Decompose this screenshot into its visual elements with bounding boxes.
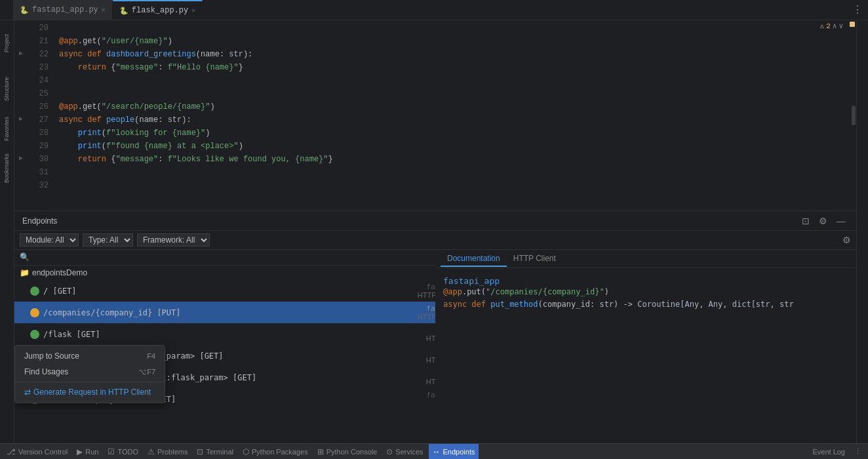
find-usages-shortcut: ⌥F7 [138,368,155,376]
line-num-31: 31 [33,166,49,179]
endpoints-list: 📁 endpointsDemo / [GET] fastapi [14,266,435,410]
services-icon: ⊙ [386,447,393,456]
status-todo[interactable]: ☑ TODO [104,444,142,459]
filter-gear-button[interactable]: ⚙ [842,235,851,245]
python-packages-label: Python Packages [252,448,308,456]
code-content[interactable]: @app.get("/user/{name}") async def dashb… [54,20,848,210]
python-console-icon: ⊞ [317,447,324,456]
filter-framework-select[interactable]: Framework: All [137,233,210,247]
status-problems[interactable]: ⚠ Problems [144,444,191,459]
tab-close-flask[interactable]: ✕ [191,7,195,14]
gutter-row-20 [14,20,28,33]
fold-icon-22[interactable]: ▶ [19,49,23,57]
context-menu-jump-to-source[interactable]: Jump to Source F4 [15,348,165,364]
doc-panel-wrapper: Documentation HTTP Client fastapi_app @a… [435,250,856,443]
sidebar-project[interactable]: Project [0,20,14,66]
python-packages-icon: ⬡ [243,447,249,456]
status-services[interactable]: ⊙ Services [382,444,427,459]
tab-label-flask: flask_app.py [132,6,188,15]
warning-icon: ⚠ [820,22,825,30]
gutter-row-28 [14,125,28,138]
meta-2: HTTP Server FastAPI [418,313,435,321]
group-label: endpointsDemo [32,268,87,277]
search-input[interactable] [32,253,430,262]
code-editor[interactable]: ⚠ 2 ∧ ∨ ▶ ▶ [14,20,856,210]
endpoint-root-get[interactable]: / [GET] fastapi_app.py HTTP Server FastA… [14,280,435,302]
context-menu-find-usages[interactable]: Find Usages ⌥F7 [15,364,165,380]
code-line-26: @app.get("/search/people/{name}") [59,100,848,113]
code-line-21: @app.get("/user/{name}") [59,35,848,48]
filter-module-select[interactable]: Module: All [20,233,79,247]
tab-bar: 🐍 fastapi_app.py ✕ 🐍 flask_app.py ✕ ⋮ [0,0,868,20]
status-version-control[interactable]: ⎇ Version Control [3,444,71,459]
panel-title: Endpoints [22,216,57,226]
status-more[interactable]: ⋮ [850,444,865,459]
status-event-log[interactable]: Event Log [808,444,849,459]
editor-top-controls: ⚠ 2 ∧ ∨ [820,22,843,30]
file-1: fastapi_app.py [426,283,435,291]
generate-request-label: Generate Request in HTTP Client [33,388,151,397]
gutter-row-22: ▶ [14,47,28,60]
endpoints-list-wrapper: 🔍 📁 endpointsDemo [14,250,435,443]
fold-icon-30[interactable]: ▶ [19,154,23,162]
path-1: / [GET] [43,287,77,296]
status-python-packages[interactable]: ⬡ Python Packages [239,444,312,459]
line-num-26: 26 [33,100,49,113]
gutter-row-21 [14,33,28,47]
search-icon: 🔍 [20,252,30,262]
right-gutter [848,20,856,210]
line-num-27: 27 [33,113,49,127]
panel-layout-button[interactable]: ⊡ [799,214,812,228]
chevron-up-icon[interactable]: ∧ [833,22,837,30]
filter-type-select[interactable]: Type: All [83,233,133,247]
status-terminal[interactable]: ⊡ Terminal [193,444,237,459]
tab-more-button[interactable]: ⋮ [847,3,868,16]
endpoint-companies-put[interactable]: /companies/{company_id} [PUT] fastapi_ap… [14,302,435,323]
gutter-row-31 [14,165,28,178]
doc-code-line2: async def put_method(company_id: str) ->… [443,298,848,311]
sidebar-structure[interactable]: Structure [0,66,14,112]
gutter-row-27: ▶ [14,112,28,125]
code-line-28: print(f"looking for {name}") [59,127,848,140]
panel-header: Endpoints ⊡ ⚙ — [14,211,856,231]
bottom-panel: Endpoints ⊡ ⚙ — Module: All Type: All [14,210,856,443]
search-row: 🔍 [14,250,435,266]
tab-documentation[interactable]: Documentation [441,251,507,267]
code-line-20 [59,22,848,35]
panel-settings-button[interactable]: ⚙ [816,214,830,228]
right-sidebar [856,20,868,443]
sidebar-bookmarks[interactable]: Bookmarks [0,145,14,191]
code-line-25 [59,87,848,100]
tab-http-client[interactable]: HTTP Client [507,251,562,267]
tab-fastapi-app[interactable]: 🐍 fastapi_app.py ✕ [13,0,113,20]
status-endpoints[interactable]: ↔ Endpoints [429,444,479,459]
code-line-24 [59,74,848,87]
sidebar-favorites[interactable]: Favorites [0,112,14,145]
code-line-30: return {"message": f"Looks like we found… [59,153,848,166]
tab-flask-app[interactable]: 🐍 flask_app.py ✕ [113,0,203,20]
context-menu-generate-request[interactable]: ⇄ Generate Request in HTTP Client [15,384,165,400]
status-python-console[interactable]: ⊞ Python Console [313,444,382,459]
tab-close-fastapi[interactable]: ✕ [102,6,106,14]
endpoint-flask-get[interactable]: /flask [GET] flask_app.py HTTP Server Fl… [14,323,435,345]
path-2: /companies/{company_id} [PUT] [43,308,181,317]
gutter-row-26 [14,99,28,112]
line-num-21: 21 [33,35,49,48]
line-num-30: 30 [33,153,49,166]
put-badge-2 [30,308,39,317]
gutter-row-30: ▶ [14,151,28,165]
status-bar: ⎇ Version Control ▶ Run ☑ TODO ⚠ Problem… [0,443,868,459]
gutter-row-24 [14,73,28,86]
panel-close-button[interactable]: — [834,214,848,228]
code-line-23: return {"message": f"Hello {name}"} [59,61,848,74]
py-icon: 🐍 [20,6,29,14]
chevron-down-icon[interactable]: ∨ [838,22,843,30]
scrollbar-thumb[interactable] [852,106,856,125]
endpoint-group-demo[interactable]: 📁 endpointsDemo [14,266,435,280]
fold-icon-27[interactable]: ▶ [19,115,23,123]
get-badge-3 [30,330,39,339]
version-control-icon: ⎇ [7,447,16,456]
version-control-label: Version Control [18,448,68,456]
run-icon: ▶ [77,447,83,456]
status-run[interactable]: ▶ Run [73,444,102,459]
